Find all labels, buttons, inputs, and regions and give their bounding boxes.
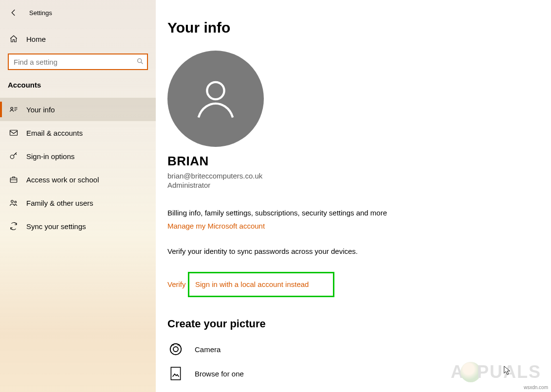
svg-rect-10 [171,367,180,380]
highlight-box: Sign in with a local account instead [188,272,334,297]
nav-item-family[interactable]: Family & other users [0,191,156,214]
home-label: Home [26,35,46,43]
svg-rect-2 [10,130,18,136]
person-card-icon [9,105,18,114]
back-button[interactable] [9,8,18,18]
browse-icon [167,366,184,381]
home-icon [9,34,18,44]
svg-rect-4 [10,178,17,182]
header: Settings [0,2,156,23]
nav-item-sync[interactable]: Sync your settings [0,214,156,238]
verify-text: Verify your identity to sync passwords a… [167,247,539,255]
nav-item-email[interactable]: Email & accounts [0,121,156,144]
browse-option[interactable]: Browse for one [167,366,539,381]
sidebar: Settings Home Accounts Your info Email &… [0,0,156,392]
section-title: Accounts [0,76,156,98]
mail-icon [9,128,18,138]
user-email: brian@briteccomputers.co.uk [167,172,539,180]
username: BRIAN [167,154,539,169]
nav-label: Access work or school [26,176,99,184]
svg-point-9 [173,347,178,352]
local-account-link[interactable]: Sign in with a local account instead [195,280,309,288]
camera-icon [167,342,184,356]
nav-label: Family & other users [26,199,93,207]
sync-icon [9,221,18,231]
billing-text: Billing info, family settings, subscript… [167,209,539,217]
svg-point-7 [207,82,224,99]
camera-option[interactable]: Camera [167,342,539,356]
arrow-left-icon [9,8,18,17]
avatar [167,51,264,147]
verify-link[interactable]: Verify [167,280,186,288]
nav-label: Your info [26,106,55,114]
main-content: Your info BRIAN brian@briteccomputers.co… [156,0,551,392]
camera-label: Camera [195,345,220,354]
page-title: Your info [167,19,539,36]
search-container [8,53,148,70]
source-text: wsxdn.com [524,385,548,390]
user-role: Administrator [167,181,539,189]
nav-label: Email & accounts [26,129,83,137]
briefcase-icon [9,175,18,184]
search-input[interactable] [8,53,148,70]
nav-list: Your info Email & accounts Sign-in optio… [0,98,156,238]
svg-point-1 [11,107,13,110]
create-picture-title: Create your picture [167,318,539,330]
nav-item-signin[interactable]: Sign-in options [0,144,156,168]
nav-item-your-info[interactable]: Your info [0,98,156,121]
svg-point-3 [10,155,14,159]
home-nav[interactable]: Home [0,28,156,50]
app-title: Settings [29,9,52,17]
manage-account-link[interactable]: Manage my Microsoft account [167,222,265,230]
user-icon [189,72,242,125]
browse-label: Browse for one [195,370,244,378]
nav-label: Sign-in options [26,152,74,160]
key-icon [9,151,18,161]
svg-point-5 [11,200,14,203]
nav-item-work-school[interactable]: Access work or school [0,168,156,191]
svg-point-6 [15,201,17,203]
nav-label: Sync your settings [26,222,86,231]
people-icon [9,198,18,208]
